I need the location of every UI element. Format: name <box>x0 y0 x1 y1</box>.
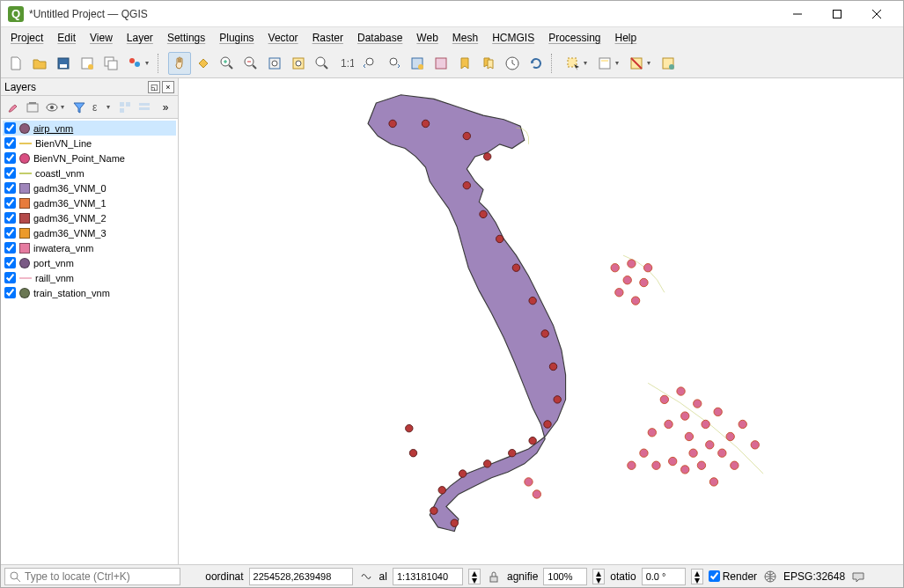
layer-row-gadm36_VNM_2[interactable]: gadm36_VNM_2 <box>3 210 176 225</box>
pan-button[interactable] <box>168 52 191 75</box>
layer-row-port_vnm[interactable]: port_vnm <box>3 255 176 270</box>
menu-vector[interactable]: Vector <box>262 30 305 46</box>
zoom-native-button[interactable]: 1:1 <box>334 52 357 75</box>
layer-row-airp_vnm[interactable]: airp_vnm <box>3 121 176 136</box>
layer-visibility-checkbox[interactable] <box>4 227 16 239</box>
zoom-to-layer-button[interactable] <box>311 52 334 75</box>
select-value-dropdown-icon[interactable]: ▾ <box>615 59 624 67</box>
menu-raster[interactable]: Raster <box>306 30 349 46</box>
layer-row-raill_vnm[interactable]: raill_vnm <box>3 270 176 285</box>
layer-visibility-checkbox[interactable] <box>4 137 16 149</box>
open-project-button[interactable] <box>28 52 51 75</box>
layer-visibility-checkbox[interactable] <box>4 287 16 298</box>
layer-row-BienVN_Point_Name[interactable]: BienVN_Point_Name <box>3 151 176 165</box>
style-manager-button[interactable] <box>123 52 146 75</box>
new-print-layout-button[interactable] <box>76 52 99 75</box>
menu-layer[interactable]: Layer <box>121 30 159 46</box>
panel-undock-button[interactable]: ◱ <box>148 81 160 93</box>
locator-input[interactable]: Type to locate (Ctrl+K) <box>4 568 180 585</box>
save-project-button[interactable] <box>52 52 75 75</box>
toggle-extents-button[interactable] <box>358 569 374 584</box>
layer-visibility-checkbox[interactable] <box>4 272 16 283</box>
menu-project[interactable]: Project <box>4 30 49 46</box>
menu-database[interactable]: Database <box>351 30 408 46</box>
new-map-view-button[interactable] <box>406 52 429 75</box>
show-bookmarks-button[interactable] <box>477 52 500 75</box>
select-by-value-button[interactable] <box>593 52 616 75</box>
magnifier-spinner[interactable]: ▴▾ <box>592 569 605 584</box>
rotation-input[interactable] <box>642 568 686 585</box>
svg-point-83 <box>681 466 689 474</box>
scale-input[interactable] <box>393 568 463 585</box>
zoom-full-button[interactable] <box>263 52 286 75</box>
add-group-button[interactable] <box>24 98 41 117</box>
layer-visibility-checkbox[interactable] <box>4 152 16 164</box>
menu-hcmgis[interactable]: HCMGIS <box>486 30 540 46</box>
expand-all-button[interactable] <box>116 98 134 117</box>
layer-row-BienVN_Line[interactable]: BienVN_Line <box>3 136 176 151</box>
layer-styling-button[interactable] <box>4 98 22 117</box>
select-features-button[interactable] <box>562 52 584 75</box>
close-button[interactable] <box>856 2 896 26</box>
collapse-all-button[interactable] <box>136 98 153 117</box>
panel-more-button[interactable]: » <box>157 98 174 117</box>
render-checkbox[interactable] <box>709 570 720 582</box>
maximize-button[interactable] <box>817 2 856 26</box>
layer-row-gadm36_VNM_3[interactable]: gadm36_VNM_3 <box>3 225 176 240</box>
style-dropdown-icon[interactable]: ▾ <box>145 59 154 67</box>
crs-button[interactable] <box>762 569 778 584</box>
refresh-button[interactable] <box>525 52 548 75</box>
zoom-in-button[interactable] <box>216 52 239 75</box>
menu-help[interactable]: Help <box>609 30 643 46</box>
select-dropdown-icon[interactable]: ▾ <box>584 59 592 67</box>
visibility-dropdown-icon[interactable]: ▾ <box>61 103 69 111</box>
menu-settings[interactable]: Settings <box>161 30 211 46</box>
scale-spinner[interactable]: ▴▾ <box>468 569 481 584</box>
filter-legend-button[interactable] <box>70 98 88 117</box>
filter-expression-button[interactable]: ε <box>90 98 107 117</box>
zoom-to-selection-button[interactable] <box>287 52 310 75</box>
layer-row-gadm36_VNM_1[interactable]: gadm36_VNM_1 <box>3 195 176 210</box>
layout-manager-button[interactable] <box>99 52 122 75</box>
expression-dropdown-icon[interactable]: ▾ <box>107 103 114 111</box>
deselect-button[interactable] <box>625 52 648 75</box>
coordinate-input[interactable] <box>249 568 353 585</box>
svg-rect-2 <box>60 64 67 68</box>
temporal-controller-button[interactable] <box>501 52 524 75</box>
zoom-last-button[interactable] <box>358 52 381 75</box>
menu-plugins[interactable]: Plugins <box>213 30 260 46</box>
deselect-dropdown-icon[interactable]: ▾ <box>647 59 656 67</box>
zoom-next-button[interactable] <box>382 52 405 75</box>
new-project-button[interactable] <box>4 52 27 75</box>
layer-visibility-checkbox[interactable] <box>4 182 16 194</box>
render-toggle[interactable]: Render <box>709 570 757 583</box>
layer-row-train_station_vnm[interactable]: train_station_vnm <box>3 285 176 300</box>
menu-view[interactable]: View <box>84 30 119 46</box>
magnifier-input[interactable] <box>543 568 587 585</box>
menu-mesh[interactable]: Mesh <box>446 30 484 46</box>
pan-to-selection-button[interactable] <box>192 52 215 75</box>
scale-lock-button[interactable] <box>486 569 502 584</box>
select-all-button[interactable] <box>657 52 680 75</box>
layer-visibility-checkbox[interactable] <box>4 167 16 179</box>
messages-button[interactable] <box>850 569 866 584</box>
layer-row-gadm36_VNM_0[interactable]: gadm36_VNM_0 <box>3 180 176 195</box>
new-bookmark-button[interactable] <box>453 52 476 75</box>
menu-edit[interactable]: Edit <box>51 30 82 46</box>
manage-visibility-button[interactable] <box>43 98 61 117</box>
new-3d-view-button[interactable] <box>430 52 452 75</box>
panel-close-button[interactable]: × <box>162 81 174 93</box>
layer-visibility-checkbox[interactable] <box>4 242 16 254</box>
menu-web[interactable]: Web <box>410 30 444 46</box>
layer-visibility-checkbox[interactable] <box>4 212 16 224</box>
layer-visibility-checkbox[interactable] <box>4 122 16 134</box>
minimize-button[interactable] <box>777 2 817 26</box>
menu-processing[interactable]: Processing <box>542 30 606 46</box>
layer-row-coastl_vnm[interactable]: coastl_vnm <box>3 165 176 180</box>
rotation-spinner[interactable]: ▴▾ <box>691 569 703 584</box>
layer-visibility-checkbox[interactable] <box>4 257 16 268</box>
map-canvas[interactable] <box>179 78 903 564</box>
layer-visibility-checkbox[interactable] <box>4 197 16 209</box>
zoom-out-button[interactable] <box>239 52 262 75</box>
layer-row-inwatera_vnm[interactable]: inwatera_vnm <box>3 240 176 255</box>
